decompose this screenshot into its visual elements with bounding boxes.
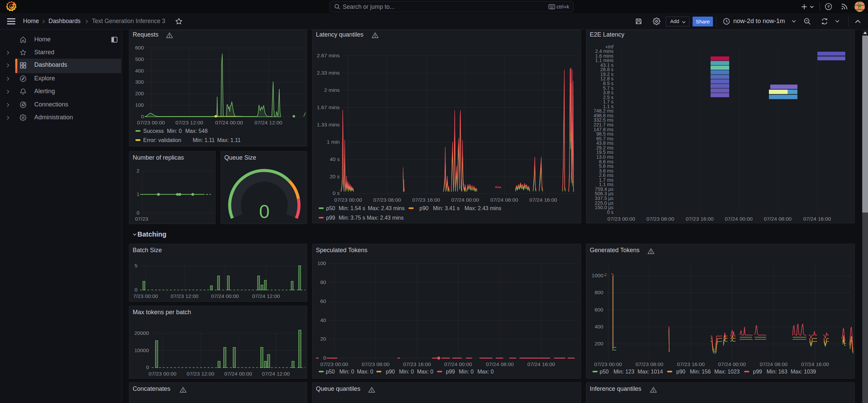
svg-text:07/23 00:00: 07/23 00:00 [149, 371, 176, 377]
svg-text:200: 200 [135, 90, 144, 96]
svg-text:p90: p90 [676, 369, 685, 375]
svg-text:Max: 2.43 mins: Max: 2.43 mins [465, 205, 501, 211]
svg-text:10000: 10000 [134, 347, 149, 353]
svg-text:07/23 08:00: 07/23 08:00 [362, 361, 390, 367]
svg-text:Min: 0: Min: 0 [339, 369, 354, 375]
svg-text:07/23 00:00: 07/23 00:00 [137, 120, 165, 125]
svg-text:Min: 156: Min: 156 [690, 369, 711, 375]
svg-text:07/23 16:00: 07/23 16:00 [686, 216, 714, 222]
svg-text:500: 500 [135, 56, 144, 62]
svg-text:20 s: 20 s [330, 174, 340, 179]
svg-text:07/23: 07/23 [135, 216, 148, 222]
svg-text:0: 0 [146, 364, 149, 370]
svg-text:07/24 16:00: 07/24 16:00 [527, 361, 555, 367]
svg-text:07/24 08:00: 07/24 08:00 [490, 197, 518, 203]
svg-text:?: ? [827, 5, 830, 9]
svg-text:400: 400 [595, 324, 603, 329]
svg-text:Min: 3.75 s: Min: 3.75 s [339, 215, 365, 221]
svg-text:400: 400 [135, 68, 144, 74]
svg-text:0 s: 0 s [333, 190, 340, 196]
svg-text:p99: p99 [326, 215, 335, 221]
svg-text:20000: 20000 [134, 330, 149, 336]
svg-text:07/24 16:00: 07/24 16:00 [801, 361, 829, 367]
svg-text:0: 0 [323, 355, 326, 361]
svg-text:600: 600 [135, 45, 144, 51]
svg-text:5: 5 [134, 263, 137, 268]
svg-text:2.33 mins: 2.33 mins [317, 70, 340, 76]
svg-text:Min: 1.11: Min: 1.11 [193, 137, 215, 143]
svg-text:1: 1 [136, 191, 139, 197]
svg-text:1000: 1000 [592, 273, 604, 278]
svg-text:300: 300 [135, 79, 144, 85]
svg-text:07/24 08:00: 07/24 08:00 [764, 216, 792, 222]
svg-text:07/23 08:00: 07/23 08:00 [373, 197, 401, 203]
svg-text:Min: 163: Min: 163 [767, 369, 787, 375]
svg-text:p99: p99 [753, 369, 762, 375]
svg-text:0: 0 [141, 114, 144, 119]
svg-text:07/24 00:00: 07/24 00:00 [211, 293, 239, 299]
svg-text:p99: p99 [446, 369, 455, 375]
svg-text:07/23 16:00: 07/23 16:00 [403, 361, 431, 367]
svg-text:07/24 12:00: 07/24 12:00 [254, 120, 282, 125]
svg-text:60: 60 [320, 298, 326, 304]
svg-text:07/24 00:00: 07/24 00:00 [718, 361, 746, 367]
svg-text:p50: p50 [326, 205, 335, 211]
svg-text:1.67 mins: 1.67 mins [317, 104, 340, 110]
svg-text:07/24 12:00: 07/24 12:00 [262, 371, 290, 377]
svg-text:0 s: 0 s [607, 209, 614, 215]
svg-text:Min: 0: Min: 0 [399, 369, 414, 375]
svg-text:2.67 mins: 2.67 mins [317, 53, 340, 58]
svg-text:1 min: 1 min [327, 139, 340, 145]
svg-text:07/24 00:00: 07/24 00:00 [224, 371, 252, 377]
svg-text:Max: 1.11: Max: 1.11 [217, 137, 241, 143]
svg-text:07/23 12:00: 07/23 12:00 [187, 371, 214, 377]
svg-text:p90: p90 [386, 369, 395, 375]
svg-text:p50: p50 [600, 369, 609, 375]
svg-text:Max: 0: Max: 0 [357, 369, 373, 375]
svg-text:07/24 16:00: 07/24 16:00 [529, 197, 557, 203]
svg-text:0: 0 [134, 287, 137, 293]
svg-text:07/24 00:00: 07/24 00:00 [725, 216, 753, 222]
svg-text:Success: Success [143, 128, 164, 134]
svg-text:07/23 00:00: 07/23 00:00 [607, 216, 635, 222]
svg-text:7/23 00:00: 7/23 00:00 [133, 293, 158, 299]
svg-text:07/23 00:00: 07/23 00:00 [320, 361, 348, 367]
svg-text:07/24 00:00: 07/24 00:00 [451, 197, 479, 203]
svg-text:07/23 12:00: 07/23 12:00 [171, 293, 199, 299]
svg-text:07/23 16:00: 07/23 16:00 [412, 197, 440, 203]
svg-text:Max: 2.43 mins: Max: 2.43 mins [367, 215, 403, 221]
svg-text:07/24 00:00: 07/24 00:00 [444, 361, 472, 367]
svg-text:07/23 08:00: 07/23 08:00 [646, 216, 674, 222]
svg-text:p50: p50 [326, 369, 335, 375]
svg-text:Min: 0: Min: 0 [459, 369, 474, 375]
svg-text:07/24 12:00: 07/24 12:00 [252, 293, 280, 299]
svg-text:Max: 1014: Max: 1014 [638, 369, 663, 375]
svg-text:800: 800 [595, 289, 603, 295]
svg-text:Error: validation: Error: validation [143, 137, 181, 143]
svg-text:Min: 1.54 s: Min: 1.54 s [339, 205, 365, 211]
svg-text:0: 0 [259, 201, 269, 222]
svg-text:40: 40 [320, 317, 326, 323]
svg-text:0: 0 [136, 210, 139, 216]
svg-text:Max: 1023: Max: 1023 [714, 369, 740, 375]
svg-text:Max: 2.43 mins: Max: 2.43 mins [368, 205, 404, 211]
svg-text:07/24 08:00: 07/24 08:00 [486, 361, 514, 367]
svg-text:Min: 3.41 s: Min: 3.41 s [433, 205, 459, 211]
svg-text:Min: 123: Min: 123 [614, 369, 634, 375]
svg-text:07/24 00:00: 07/24 00:00 [215, 120, 243, 125]
svg-text:07/23 12:00: 07/23 12:00 [175, 120, 203, 125]
svg-text:2: 2 [136, 168, 139, 174]
svg-text:100: 100 [135, 102, 144, 108]
svg-text:07/23 08:00: 07/23 08:00 [636, 361, 663, 367]
svg-text:80: 80 [320, 279, 326, 285]
svg-text:2 mins: 2 mins [324, 87, 340, 93]
svg-text:Max: 0: Max: 0 [477, 369, 494, 375]
svg-text:07/23 00:00: 07/23 00:00 [334, 197, 362, 203]
svg-text:p90: p90 [419, 205, 429, 211]
svg-text:200: 200 [595, 341, 603, 346]
svg-text:07/24 16:00: 07/24 16:00 [803, 216, 831, 222]
svg-text:100: 100 [317, 260, 326, 266]
svg-text:07/24 08:00: 07/24 08:00 [760, 361, 788, 367]
svg-text:Min: 0: Min: 0 [167, 128, 182, 134]
svg-text:07/23 00:00: 07/23 00:00 [594, 361, 622, 367]
